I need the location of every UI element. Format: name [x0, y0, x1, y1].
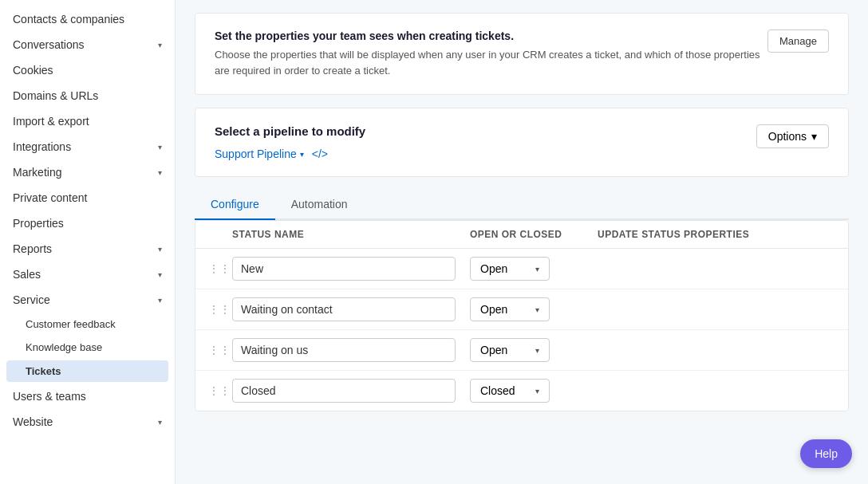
open-closed-dropdown[interactable]: Closed ▾	[470, 379, 550, 403]
pipeline-selector: Support Pipeline ▾ </>	[215, 148, 365, 160]
dropdown-value: Open	[480, 262, 507, 275]
sidebar-item-marketing[interactable]: Marketing ▾	[0, 159, 175, 185]
sidebar-item-label: Users & teams	[13, 390, 86, 403]
table-col-update: UPDATE STATUS PROPERTIES	[598, 229, 835, 240]
sidebar-item-users-teams[interactable]: Users & teams	[0, 384, 175, 409]
dropdown-arrow-icon: ▾	[535, 265, 539, 273]
tab-configure[interactable]: Configure	[195, 190, 275, 220]
status-name-cell	[232, 379, 470, 403]
open-closed-cell: Closed ▾	[470, 379, 598, 403]
table-row: ⋮⋮ Open ▾	[195, 330, 848, 371]
dropdown-value: Closed	[480, 384, 515, 397]
drag-handle-icon[interactable]: ⋮⋮	[208, 303, 232, 316]
sidebar-item-cookies[interactable]: Cookies	[0, 57, 175, 83]
table-col-open-closed: OPEN OR CLOSED	[470, 229, 598, 240]
sidebar-item-private[interactable]: Private content	[0, 185, 175, 211]
options-button[interactable]: Options ▾	[756, 124, 829, 148]
sidebar-item-service[interactable]: Service ▾	[0, 287, 175, 313]
chevron-down-icon: ▾	[158, 245, 162, 254]
dropdown-arrow-icon: ▾	[535, 305, 539, 314]
sidebar-item-domains[interactable]: Domains & URLs	[0, 83, 175, 108]
sidebar-item-website[interactable]: Website ▾	[0, 409, 175, 435]
sidebar-item-conversations[interactable]: Conversations ▾	[0, 32, 175, 57]
table-col-status: STATUS NAME	[232, 229, 470, 240]
table-row: ⋮⋮ Open ▾	[195, 249, 848, 289]
sidebar-item-contacts[interactable]: Contacts & companies	[0, 6, 175, 32]
pipeline-link[interactable]: Support Pipeline ▾	[215, 148, 304, 160]
open-closed-dropdown[interactable]: Open ▾	[470, 297, 550, 321]
options-arrow-icon: ▾	[811, 130, 817, 143]
sidebar-item-label: Private content	[13, 191, 87, 204]
open-closed-cell: Open ▾	[470, 257, 598, 281]
status-name-cell	[232, 297, 470, 321]
drag-handle-icon[interactable]: ⋮⋮	[208, 262, 232, 275]
options-label: Options	[768, 130, 807, 143]
status-name-cell	[232, 257, 470, 281]
pipeline-table: STATUS NAME OPEN OR CLOSED UPDATE STATUS…	[195, 220, 849, 411]
dropdown-arrow-icon: ▾	[535, 346, 539, 355]
manage-info-box: Set the properties your team sees when c…	[195, 13, 849, 95]
help-label: Help	[815, 447, 838, 460]
table-header: STATUS NAME OPEN OR CLOSED UPDATE STATUS…	[195, 221, 848, 249]
pipeline-title: Select a pipeline to modify	[215, 124, 365, 138]
sidebar-item-label: Conversations	[13, 38, 85, 51]
sidebar-item-label: Service	[13, 293, 50, 306]
sidebar-item-label: Reports	[13, 242, 52, 255]
dropdown-value: Open	[480, 303, 507, 316]
table-col-drag	[208, 229, 232, 240]
manage-button[interactable]: Manage	[767, 30, 829, 53]
sidebar-item-label: Cookies	[13, 64, 53, 77]
chevron-down-icon: ▾	[158, 418, 162, 427]
open-closed-cell: Open ▾	[470, 338, 598, 362]
status-input[interactable]	[232, 379, 456, 403]
chevron-down-icon: ▾	[158, 143, 162, 151]
sidebar-item-reports[interactable]: Reports ▾	[0, 236, 175, 262]
tabs-row: Configure Automation	[195, 190, 849, 220]
sidebar-item-label: Domains & URLs	[13, 89, 98, 102]
main-content: Set the properties your team sees when c…	[176, 0, 868, 484]
status-name-cell	[232, 338, 470, 362]
sidebar-sub-item-label: Tickets	[26, 365, 61, 377]
sidebar: Contacts & companies Conversations ▾ Coo…	[0, 0, 176, 484]
pipeline-name: Support Pipeline	[215, 148, 297, 160]
sidebar-sub-item-label: Knowledge base	[26, 341, 102, 353]
help-button[interactable]: Help	[800, 439, 852, 468]
sidebar-sub-item-label: Customer feedback	[26, 318, 116, 330]
tab-automation[interactable]: Automation	[275, 190, 364, 220]
chevron-down-icon: ▾	[158, 41, 162, 49]
open-closed-dropdown[interactable]: Open ▾	[470, 338, 550, 362]
chevron-down-icon: ▾	[158, 168, 162, 177]
sidebar-item-label: Integrations	[13, 140, 71, 153]
sidebar-sub-item-customer-feedback[interactable]: Customer feedback	[0, 313, 175, 336]
dropdown-value: Open	[480, 344, 507, 356]
pipeline-dropdown-arrow: ▾	[300, 150, 304, 159]
sidebar-item-label: Properties	[13, 217, 64, 230]
sidebar-item-import[interactable]: Import & export	[0, 108, 175, 134]
dropdown-arrow-icon: ▾	[535, 387, 539, 395]
code-icon[interactable]: </>	[312, 148, 328, 160]
drag-handle-icon[interactable]: ⋮⋮	[208, 344, 232, 356]
sidebar-item-properties[interactable]: Properties	[0, 211, 175, 236]
table-row: ⋮⋮ Open ▾	[195, 289, 848, 330]
chevron-down-icon: ▾	[158, 296, 162, 305]
sidebar-item-label: Import & export	[13, 115, 89, 128]
table-row: ⋮⋮ Closed ▾	[195, 371, 848, 411]
manage-title: Set the properties your team sees when c…	[215, 30, 767, 42]
sidebar-item-sales[interactable]: Sales ▾	[0, 262, 175, 287]
status-input[interactable]	[232, 338, 456, 362]
status-input[interactable]	[232, 297, 456, 321]
manage-description: Choose the properties that will be displ…	[215, 47, 767, 78]
manage-text: Set the properties your team sees when c…	[215, 30, 767, 78]
pipeline-section: Select a pipeline to modify Support Pipe…	[195, 108, 849, 177]
open-closed-cell: Open ▾	[470, 297, 598, 321]
sidebar-sub-item-tickets[interactable]: Tickets	[6, 360, 168, 382]
sidebar-item-label: Sales	[13, 268, 41, 281]
open-closed-dropdown[interactable]: Open ▾	[470, 257, 550, 281]
sidebar-sub-item-knowledge-base[interactable]: Knowledge base	[0, 336, 175, 359]
drag-handle-icon[interactable]: ⋮⋮	[208, 384, 232, 397]
sidebar-item-integrations[interactable]: Integrations ▾	[0, 134, 175, 159]
sidebar-item-label: Marketing	[13, 166, 61, 179]
chevron-down-icon: ▾	[158, 270, 162, 279]
status-input[interactable]	[232, 257, 456, 281]
sidebar-item-label: Contacts & companies	[13, 13, 124, 26]
